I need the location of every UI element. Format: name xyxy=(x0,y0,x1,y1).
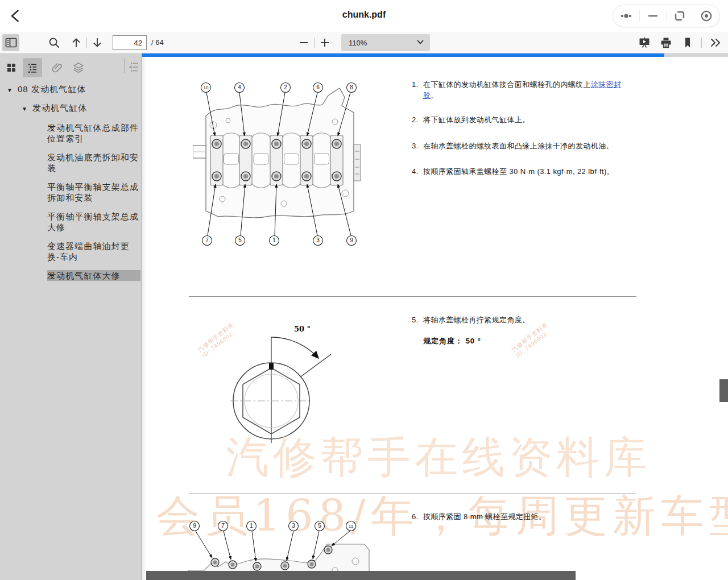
step-text-segment: 在下缸体的发动机缸体接合面和螺栓孔的内螺纹上 xyxy=(423,80,591,89)
toolbar-divider xyxy=(86,38,87,48)
attachments-view-button[interactable] xyxy=(47,58,67,77)
callout-number: 6 xyxy=(316,84,320,90)
step-number: 6. xyxy=(412,511,423,522)
outline-item[interactable]: 平衡轴平衡轴支架总成拆卸和安装 xyxy=(47,181,140,203)
callout-number: 1 xyxy=(272,237,276,243)
outline-leaf-list: 发动机气缸体总成部件位置索引发动机油底壳拆卸和安装平衡轴平衡轴支架总成拆卸和安装… xyxy=(47,122,140,281)
outline-view-button[interactable] xyxy=(23,58,42,77)
sidebar: ▼08 发动机气缸体 ▼发动机气缸体 发动机气缸体总成部件位置索引发动机油底壳拆… xyxy=(0,53,142,580)
engine-block-bottom-diagram: 10426875139 xyxy=(193,78,363,249)
angle-value-label: 50 ° xyxy=(294,325,311,333)
zoom-out-button[interactable] xyxy=(295,34,312,51)
zoom-in-button[interactable] xyxy=(316,34,333,51)
page-number-input[interactable] xyxy=(113,35,147,50)
presentation-icon xyxy=(638,36,651,49)
page-count-label: / 64 xyxy=(151,38,164,47)
step-text: 按顺序紧固轴承盖螺栓至 30 N·m (3.1 kgf·m, 22 lbf·ft… xyxy=(423,166,634,177)
printer-icon xyxy=(660,36,672,49)
toggle-sidebar-button[interactable] xyxy=(2,34,19,51)
callout-number: 9 xyxy=(193,523,196,529)
arrow-up-icon xyxy=(69,36,83,49)
thumbnails-view-button[interactable] xyxy=(2,58,21,77)
outline-child-label: 发动机气缸体 xyxy=(32,103,88,113)
watermark-stamp: 汽修帮手资料库 ID: 7496002 xyxy=(511,321,553,359)
layers-view-button[interactable] xyxy=(69,58,88,77)
outline-child-item[interactable]: ▼发动机气缸体 xyxy=(22,102,142,114)
step-number: 3. xyxy=(412,140,423,151)
sidebar-toolbar-divider xyxy=(124,59,125,73)
spec-angle-line: 规定角度： 50 ° xyxy=(423,336,481,346)
record-circle-icon xyxy=(700,9,713,23)
callout-number: 4 xyxy=(238,84,241,90)
caret-down-icon: ▼ xyxy=(7,87,13,93)
outline-item[interactable]: 发动机气缸体总成部件位置索引 xyxy=(47,122,140,144)
toolbar-right-group xyxy=(635,32,728,53)
find-button[interactable] xyxy=(46,34,63,51)
step-number: 5. xyxy=(412,314,423,325)
minimize-button[interactable] xyxy=(640,5,666,27)
toolbar-divider xyxy=(701,38,702,48)
zoom-level-select[interactable]: 110% xyxy=(341,34,430,51)
more-tools-button[interactable] xyxy=(706,34,725,51)
callout-number: 5 xyxy=(318,523,321,529)
section-divider xyxy=(189,296,636,297)
outline-item[interactable]: 平衡轴平衡轴支架总成大修 xyxy=(47,211,140,233)
outline-item[interactable]: 变速器端曲轴油封更换-车内 xyxy=(47,241,140,262)
bookmark-button[interactable] xyxy=(679,34,697,51)
callout-number: 1 xyxy=(250,523,253,529)
callout-number: 10 xyxy=(204,85,209,90)
locate-outline-icon xyxy=(127,61,140,73)
more-options-button[interactable] xyxy=(613,5,639,27)
callout-number: 9 xyxy=(350,237,353,243)
main-area: ▼08 发动机气缸体 ▼发动机气缸体 发动机气缸体总成部件位置索引发动机油底壳拆… xyxy=(0,53,728,580)
step-text-segment: 。 xyxy=(431,91,438,100)
callout-number: 2 xyxy=(284,84,287,90)
step-text: 按顺序紧固 8 mm 螺栓至规定扭矩。 xyxy=(423,511,634,522)
arrow-down-icon xyxy=(90,36,104,49)
previous-page-button[interactable] xyxy=(68,34,85,51)
caret-down-icon: ▼ xyxy=(22,106,27,112)
step-number: 4. xyxy=(412,166,423,177)
instruction-step: 2. 将下缸体放到发动机气缸体上。 xyxy=(412,114,634,125)
pdf-viewer-app: chunk.pdf xyxy=(0,0,728,580)
step-text: 在轴承盖螺栓的螺纹表面和凸缘上涂抹干净的发动机油。 xyxy=(423,140,634,151)
chevron-down-icon xyxy=(417,40,424,45)
callout-number: 5 xyxy=(238,237,242,243)
sidebar-resizer[interactable] xyxy=(142,53,146,580)
spec-value: 50 ° xyxy=(466,337,481,345)
step-number: 2. xyxy=(412,114,423,125)
callout-number: 11 xyxy=(349,524,354,529)
outline-tree: ▼08 发动机气缸体 ▼发动机气缸体 发动机气缸体总成部件位置索引发动机油底壳拆… xyxy=(0,84,142,281)
double-chevron-icon xyxy=(709,36,722,49)
bookmark-icon xyxy=(681,36,694,49)
close-record-button[interactable] xyxy=(693,5,719,27)
paperclip-icon xyxy=(51,62,63,73)
outline-root-label: 08 发动机气缸体 xyxy=(18,84,86,94)
restore-window-button[interactable] xyxy=(667,5,693,27)
vertical-scrollbar-thumb[interactable] xyxy=(719,379,728,402)
sidebar-toggle-icon xyxy=(5,36,17,49)
next-page-button[interactable] xyxy=(89,34,106,51)
callout-number: 8 xyxy=(350,84,353,90)
presentation-mode-button[interactable] xyxy=(635,34,653,51)
loading-progress-bar xyxy=(142,53,664,57)
callout-number: 7 xyxy=(205,237,209,243)
instruction-step: 6. 按顺序紧固 8 mm 螺栓至规定扭矩。 xyxy=(412,511,634,522)
outline-list-icon xyxy=(27,62,38,73)
horizontal-scrollbar-thumb[interactable] xyxy=(146,571,576,580)
outline-item[interactable]: 发动机气缸体大修 xyxy=(47,270,140,281)
step-number: 1. xyxy=(412,79,423,101)
print-button[interactable] xyxy=(657,34,675,51)
minimize-icon xyxy=(647,10,659,22)
outline-root-item[interactable]: ▼08 发动机气缸体 xyxy=(7,84,142,96)
toolbar-divider xyxy=(315,38,315,48)
instruction-step: 4. 按顺序紧固轴承盖螺栓至 30 N·m (3.1 kgf·m, 22 lbf… xyxy=(412,166,634,177)
loading-progress-track xyxy=(142,53,728,57)
current-outline-item-button[interactable] xyxy=(126,60,141,74)
sidebar-toolbar xyxy=(0,53,142,78)
more-dots-icon xyxy=(619,9,634,23)
outline-item[interactable]: 发动机油底壳拆卸和安装 xyxy=(47,152,140,173)
instruction-step: 1. 在下缸体的发动机缸体接合面和螺栓孔的内螺纹上涂抹密封胶。 xyxy=(412,79,624,101)
minus-icon xyxy=(297,36,310,49)
instruction-step: 5. 将轴承盖螺栓再拧紧规定角度。 xyxy=(412,314,634,325)
